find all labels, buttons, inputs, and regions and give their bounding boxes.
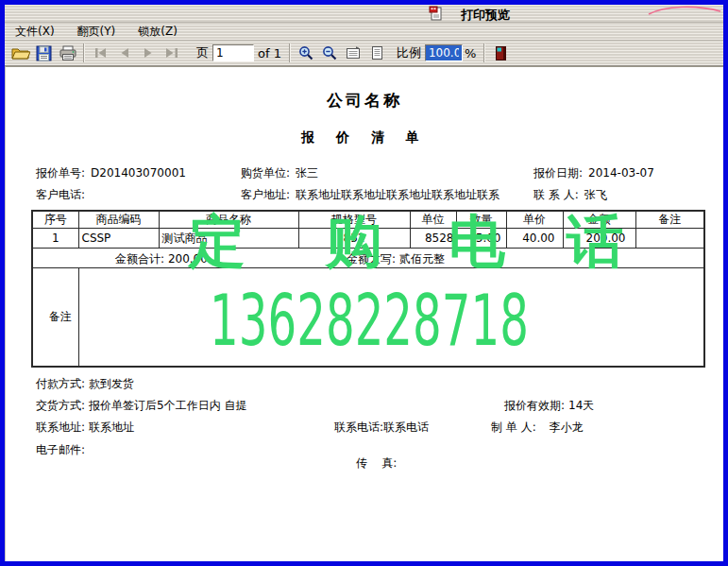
contact-tel: 联系电话:联系电话 <box>334 420 432 436</box>
contact-tel-label: 联系电话: <box>334 420 383 434</box>
table-row: 1 CSSP 测试商品 852 8528 5.00 40.00 200.00 <box>32 229 704 249</box>
company-title: 公司名称 <box>6 90 723 111</box>
preview-page: 公司名称 报 价 清 单 报价单号:D201403070001 购货单位:张三 … <box>5 66 723 561</box>
col-header: 商品编码 <box>78 211 159 229</box>
zoom-out-button[interactable] <box>318 43 342 64</box>
cell-quantity: 5.00 <box>456 229 506 249</box>
document-maker-label: 制 单 人: <box>491 420 536 434</box>
open-button[interactable] <box>8 43 32 64</box>
previous-page-button[interactable] <box>112 43 136 64</box>
quote-table: 序号 商品编码 商品名称 规格型号 单位 数量 单价 金额 备注 1 CSSP … <box>31 210 705 368</box>
scale-label: 比例 <box>397 44 421 61</box>
zoom-in-icon <box>298 45 314 61</box>
document-maker-value: 李小龙 <box>550 420 584 434</box>
printer-icon <box>59 45 77 61</box>
col-header: 商品名称 <box>159 211 298 229</box>
delivery-method: 交货方式:报价单签订后5个工作日内 自提 <box>36 398 251 414</box>
col-header: 单位 <box>410 211 456 229</box>
cell-unit-price: 40.00 <box>506 229 563 249</box>
first-page-button[interactable] <box>89 43 112 64</box>
menu-zoom[interactable]: 锁放(Z) <box>135 23 180 41</box>
cell-unit: 8528 <box>410 229 456 249</box>
page-label: 页 <box>196 44 209 61</box>
total-amount: 金额合计: 200.00 <box>115 251 208 267</box>
fax: 传 真: <box>334 442 400 485</box>
quote-validity-label: 报价有效期: <box>504 399 565 412</box>
customer-phone-label: 客户电话: <box>36 188 85 201</box>
delivery-method-value: 报价单签订后5个工作日内 自提 <box>89 399 246 412</box>
contact-address: 联系地址:联系地址 <box>36 420 138 436</box>
last-page-button[interactable] <box>160 43 183 64</box>
whole-page-button[interactable] <box>365 43 389 64</box>
quote-date: 报价日期:2014-03-07 <box>533 165 654 181</box>
contact-person-value: 张飞 <box>584 188 607 201</box>
remark-label: 备注 <box>49 302 62 332</box>
customer-address-label: 客户地址: <box>241 188 290 201</box>
next-page-button[interactable] <box>136 43 160 64</box>
menu-paging[interactable]: 翻页(Y) <box>75 23 119 41</box>
contact-address-value: 联系地址 <box>89 420 134 434</box>
quote-number-value: D201403070001 <box>91 166 186 180</box>
zoom-in-button[interactable] <box>295 43 318 64</box>
whole-page-icon <box>371 45 383 60</box>
quote-date-label: 报价日期: <box>533 166 583 180</box>
exit-button[interactable] <box>489 43 513 64</box>
fit-width-icon <box>346 46 362 60</box>
buyer-label: 购货单位: <box>241 166 290 180</box>
amount-in-words-label: 金额大写: <box>347 252 396 266</box>
col-header: 序号 <box>32 211 78 229</box>
total-amount-value: 200.00 <box>168 252 208 266</box>
exit-door-icon <box>495 45 507 61</box>
toolbar-separator <box>483 43 485 62</box>
contact-person-label: 联 系 人: <box>533 188 579 201</box>
amount-in-words: 金额大写: 贰佰元整 <box>347 251 445 267</box>
col-header: 单价 <box>506 211 563 229</box>
fax-label: 传 真: <box>356 456 397 470</box>
percent-label: % <box>465 46 476 60</box>
fit-width-button[interactable] <box>342 43 365 64</box>
previous-page-icon <box>119 47 130 59</box>
toolbar-separator <box>83 43 85 62</box>
buyer-value: 张三 <box>296 166 318 180</box>
quote-validity: 报价有效期:14天 <box>504 398 598 414</box>
cell-product-name: 测试商品 <box>159 229 298 249</box>
payment-method-label: 付款方式: <box>36 377 85 390</box>
table-remark-row: 备注 <box>32 268 704 367</box>
email: 电子邮件: <box>36 442 89 458</box>
title-bar[interactable]: 打印预览 <box>5 5 723 23</box>
cell-product-code: CSSP <box>78 229 159 249</box>
document-maker: 制 单 人:李小龙 <box>491 420 587 436</box>
quote-validity-value: 14天 <box>568 399 594 412</box>
delivery-method-label: 交货方式: <box>36 399 85 412</box>
print-preview-window: 打印预览 文件(X) 翻页(Y) 锁放(Z) <box>0 0 728 566</box>
quote-number: 报价单号:D201403070001 <box>36 165 186 181</box>
cell-amount: 200.00 <box>563 229 635 249</box>
contact-person: 联 系 人:张飞 <box>533 187 607 203</box>
payment-method-value: 款到发货 <box>89 377 134 390</box>
open-folder-icon <box>11 45 30 60</box>
toolbar: 页 of 1 <box>5 41 723 66</box>
table-total-row: 金额合计: 200.00 金额大写: 贰佰元整 <box>32 249 704 268</box>
cell-spec-model: 852 <box>298 229 410 249</box>
quote-number-label: 报价单号: <box>36 166 85 180</box>
col-header: 金额 <box>563 211 635 229</box>
print-button[interactable] <box>56 43 79 64</box>
page-number-input[interactable] <box>212 44 254 61</box>
menu-file[interactable]: 文件(X) <box>12 23 58 41</box>
customer-phone: 客户电话: <box>36 187 91 203</box>
quote-date-value: 2014-03-07 <box>588 166 654 180</box>
cell-remark <box>635 229 704 249</box>
scale-input[interactable] <box>425 44 463 61</box>
buyer: 购货单位:张三 <box>241 165 318 181</box>
col-header: 备注 <box>635 211 704 229</box>
zoom-out-icon <box>322 45 338 61</box>
first-page-icon <box>94 47 108 59</box>
save-button[interactable] <box>32 43 56 64</box>
floppy-disk-icon <box>36 45 52 61</box>
email-label: 电子邮件: <box>36 443 85 456</box>
window-title: 打印预览 <box>461 7 510 24</box>
customer-address-value: 联系地址联系地址联系地址联系地址联系 <box>296 188 499 201</box>
table-header-row: 序号 商品编码 商品名称 规格型号 单位 数量 单价 金额 备注 <box>32 211 704 229</box>
page-count-label: of 1 <box>258 46 281 60</box>
menu-bar: 文件(X) 翻页(Y) 锁放(Z) <box>5 23 723 41</box>
